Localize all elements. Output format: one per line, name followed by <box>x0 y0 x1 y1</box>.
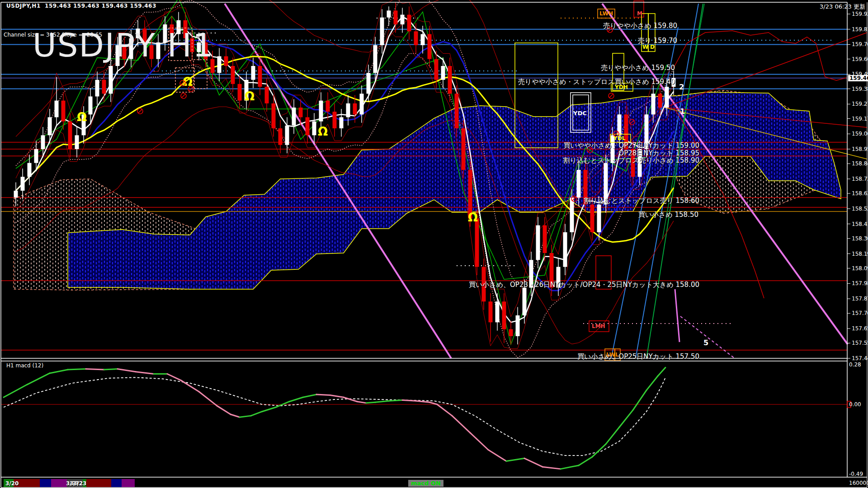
macd-main-line <box>366 402 375 403</box>
candle-bearish[interactable] <box>407 15 411 32</box>
updated-timestamp: 3/23 06:23 更新 <box>820 3 865 11</box>
candle-bullish[interactable] <box>41 135 45 149</box>
price-axis-label: 159.705 <box>852 41 868 47</box>
macd-main-line <box>488 450 506 461</box>
timeline-segment[interactable] <box>111 479 122 487</box>
candle-bearish[interactable] <box>462 128 466 170</box>
candle-bearish[interactable] <box>475 218 479 267</box>
price-axis-label: 159.815 <box>852 26 868 33</box>
candle-bullish[interactable] <box>441 66 445 80</box>
candle-bullish[interactable] <box>577 170 581 197</box>
candle-bullish[interactable] <box>360 94 364 114</box>
candle-bearish[interactable] <box>272 103 276 128</box>
price-axis-label: 159.060 <box>852 131 868 137</box>
candle-bullish[interactable] <box>48 117 52 135</box>
candle-bearish[interactable] <box>434 59 439 80</box>
candle-bearish[interactable] <box>448 66 452 94</box>
candle-bearish[interactable] <box>265 87 269 103</box>
candle-bullish[interactable] <box>89 96 93 114</box>
candle-bullish[interactable] <box>28 163 32 177</box>
timeline-segment[interactable] <box>51 479 67 487</box>
candle-bearish[interactable] <box>509 329 513 336</box>
current-price-badge: 159.463 <box>848 75 868 81</box>
candle-bullish[interactable] <box>367 73 371 94</box>
candle-bearish[interactable] <box>543 225 547 253</box>
candle-bearish[interactable] <box>658 94 662 108</box>
candle-bearish[interactable] <box>414 31 418 45</box>
level-label-m: M <box>637 10 642 17</box>
candle-bullish[interactable] <box>380 18 384 45</box>
candle-bearish[interactable] <box>102 80 106 94</box>
candle-bullish[interactable] <box>75 135 79 149</box>
candle-bullish[interactable] <box>401 15 405 24</box>
macd-main-line <box>181 380 199 392</box>
level-label-lmh: LMH <box>592 323 605 329</box>
candle-bullish[interactable] <box>346 103 350 117</box>
candle-bearish[interactable] <box>299 108 303 117</box>
candle-bullish[interactable] <box>563 232 567 267</box>
candle-bearish[interactable] <box>428 34 432 59</box>
macd-main-line <box>658 367 665 376</box>
candle-bearish[interactable] <box>333 112 337 128</box>
macd-main-line <box>646 376 658 390</box>
chart-canvas[interactable]: ΩΩΩΩΩ <box>0 0 868 488</box>
candle-bullish[interactable] <box>285 126 289 145</box>
candle-bullish[interactable] <box>570 197 574 232</box>
candle-bullish[interactable] <box>55 101 59 117</box>
price-axis-label: 157.550 <box>852 340 868 346</box>
level-label-lwh: LWH <box>599 10 613 17</box>
candle-bullish[interactable] <box>312 122 316 136</box>
candle-bullish[interactable] <box>651 94 656 114</box>
candle-bearish[interactable] <box>455 94 459 128</box>
candle-bearish[interactable] <box>502 301 506 329</box>
macd-main-line <box>452 416 470 433</box>
candle-bullish[interactable] <box>292 108 296 126</box>
candle-bullish[interactable] <box>523 288 527 315</box>
candle-bullish[interactable] <box>387 10 391 17</box>
candle-bullish[interactable] <box>34 149 38 163</box>
candle-bearish[interactable] <box>231 66 235 84</box>
candle-bullish[interactable] <box>95 80 99 97</box>
timeline-segment[interactable] <box>86 479 111 487</box>
macd-main-line <box>104 369 118 370</box>
candle-bearish[interactable] <box>68 122 72 149</box>
level-label-ydl: YDL <box>613 135 625 141</box>
macd-axis-label: 0.28 <box>849 361 861 368</box>
candle-bullish[interactable] <box>516 315 520 336</box>
candle-bearish[interactable] <box>61 101 66 122</box>
candle-bearish[interactable] <box>258 66 262 87</box>
candle-bullish[interactable] <box>495 301 500 322</box>
candle-bearish[interactable] <box>590 205 594 232</box>
candle-bearish[interactable] <box>306 117 310 135</box>
trend-line[interactable] <box>675 289 679 342</box>
price-axis-label: 157.655 <box>852 325 868 332</box>
candle-bullish[interactable] <box>421 34 425 45</box>
candle-bullish[interactable] <box>14 191 18 197</box>
macd-on-badge[interactable]: macd ON <box>408 480 443 487</box>
candle-bullish[interactable] <box>109 66 113 94</box>
timeline-segment[interactable] <box>40 479 51 487</box>
circle-slash-marker-icon <box>609 94 613 98</box>
candle-bearish[interactable] <box>224 56 228 66</box>
candle-bullish[interactable] <box>340 117 344 128</box>
level-label-2: 2 <box>679 83 684 91</box>
candle-bullish[interactable] <box>251 66 255 80</box>
candle-bearish[interactable] <box>489 301 493 322</box>
candle-bullish[interactable] <box>665 87 669 108</box>
candle-bearish[interactable] <box>353 103 357 115</box>
level-label-5: 5 <box>703 338 708 347</box>
candle-bullish[interactable] <box>21 177 25 191</box>
candle-bearish[interactable] <box>326 101 330 112</box>
timeline-segment[interactable] <box>122 479 135 487</box>
candle-bullish[interactable] <box>373 45 377 73</box>
candle-bearish[interactable] <box>394 10 398 24</box>
candle-bullish[interactable] <box>597 205 601 232</box>
candle-bearish[interactable] <box>278 128 283 145</box>
candle-bearish[interactable] <box>238 84 242 101</box>
candle-bullish[interactable] <box>536 225 540 260</box>
candle-bullish[interactable] <box>217 56 222 73</box>
macd-main-line <box>542 467 561 469</box>
price-axis-label: 158.090 <box>852 265 868 272</box>
macd-main-line <box>262 407 276 411</box>
candle-bullish[interactable] <box>319 101 323 122</box>
